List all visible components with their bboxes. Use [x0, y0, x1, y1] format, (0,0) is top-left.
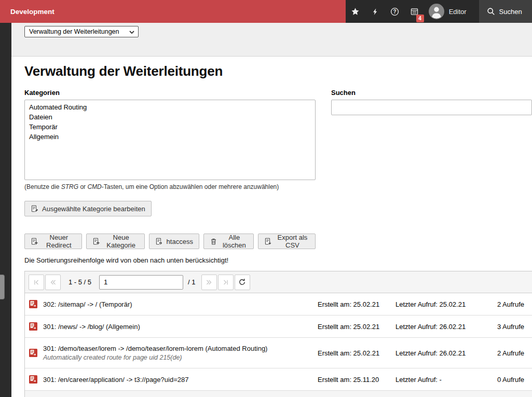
nav-collapse-strip — [0, 23, 11, 397]
function-menu-select[interactable]: Verwaltung der Weiterleitungen — [24, 26, 139, 37]
topbar-environment: Development — [0, 0, 346, 23]
new-redirect-button[interactable]: Neuer Redirect — [24, 234, 82, 249]
function-menu-value: Verwaltung der Weiterleitungen — [29, 28, 119, 35]
redirect-list-panel: 1 - 5 / 5 / 1 302: /sitemap/ -> / (Tempo… — [24, 271, 532, 397]
last-call-date: Letzter Aufruf: - — [395, 376, 489, 384]
table-row[interactable]: 301: /demo/teaser/lorem -> /demo/teaser/… — [25, 338, 532, 368]
total-pages-label: / 1 — [188, 278, 195, 286]
redirect-record-icon — [29, 322, 37, 331]
page-number-input[interactable] — [99, 275, 183, 290]
nav-expand-handle[interactable] — [0, 275, 5, 299]
new-category-button[interactable]: Neue Kategorie — [86, 234, 145, 249]
redirect-search-input[interactable] — [331, 100, 532, 115]
category-option[interactable]: Temporär — [25, 122, 315, 132]
created-date: Erstellt am: 25.11.20 — [318, 376, 395, 384]
avatar — [429, 4, 444, 19]
svg-text:?: ? — [393, 9, 397, 15]
chevron-down-icon — [129, 31, 134, 34]
created-date: Erstellt am: 25.02.21 — [318, 349, 395, 357]
document-new-icon — [92, 238, 100, 245]
previous-page-button — [45, 275, 61, 290]
action-button-row: Neuer Redirect Neue Kategorie htaccess A… — [24, 234, 316, 249]
filter-form: Kategorien Automated Routing Dateien Tem… — [24, 89, 532, 264]
hit-count: 2 Aufrufe — [489, 349, 524, 357]
clear-cache-button[interactable] — [365, 0, 385, 23]
categories-listbox[interactable]: Automated Routing Dateien Temporär Allge… — [24, 100, 316, 180]
hit-count: 0 Aufrufe — [489, 376, 524, 384]
category-option[interactable]: Allgemein — [25, 132, 315, 142]
category-option[interactable]: Dateien — [25, 112, 315, 122]
document-edit-icon — [31, 205, 38, 213]
environment-title: Development — [10, 8, 54, 16]
topbar-toolbar: ? 4 Editor — [346, 0, 479, 23]
category-option[interactable]: Automated Routing — [25, 102, 315, 112]
notification-badge: 4 — [416, 15, 424, 22]
hit-count: 2 Aufrufe — [489, 300, 524, 308]
help-button[interactable]: ? — [385, 0, 405, 23]
topbar-search-label: Suchen — [499, 8, 522, 16]
search-label: Suchen — [331, 89, 532, 97]
redirect-record-icon — [29, 349, 37, 357]
created-date: Erstellt am: 25.02.21 — [318, 323, 395, 331]
trash-icon — [210, 238, 217, 245]
created-date: Erstellt am: 25.02.21 — [318, 300, 395, 308]
user-menu[interactable]: Editor — [429, 4, 467, 19]
bolt-icon — [372, 8, 379, 16]
next-page-icon — [206, 279, 213, 286]
last-page-button — [218, 275, 234, 290]
table-row[interactable]: 301: /en/career/application/ -> t3://pag… — [25, 368, 532, 391]
hit-count: 3 Aufrufe — [489, 323, 524, 331]
first-page-icon — [33, 279, 40, 286]
redirect-record-icon — [29, 300, 37, 308]
table-row[interactable]: 301: /news/ -> /blog/ (Allgemein) Erstel… — [25, 316, 532, 338]
docheader: Verwaltung der Weiterleitungen — [11, 23, 532, 57]
last-call-date: Letzter Aufruf: 26.02.21 — [395, 349, 489, 357]
table-row[interactable]: 302: /sitemap/ -> / (Temporär) Erstellt … — [25, 293, 532, 316]
first-page-button — [29, 275, 44, 290]
document-new-icon — [31, 238, 38, 245]
last-call-date: Letzter Aufruf: 26.02.21 — [395, 323, 489, 331]
multiselect-hint: (Benutze die STRG or CMD-Tasten, um eine… — [24, 183, 316, 190]
page-title: Verwaltung der Weiterleitungen — [24, 63, 532, 79]
topbar: Development ? 4 Editor Suchen — [0, 0, 532, 23]
bottom-pagination-bar — [25, 391, 532, 397]
module-body: Verwaltung der Weiterleitungen Kategorie… — [11, 57, 532, 397]
document-view-icon — [155, 238, 163, 245]
delete-all-button[interactable]: Alle löschen — [203, 234, 254, 249]
last-call-date: Letzter Aufruf: 25.02.21 — [395, 300, 489, 308]
help-icon: ? — [390, 7, 399, 16]
refresh-icon — [238, 278, 246, 286]
document-export-icon — [264, 238, 272, 245]
categories-label: Kategorien — [24, 89, 316, 97]
refresh-button[interactable] — [235, 275, 250, 290]
next-page-button — [201, 275, 217, 290]
last-page-icon — [222, 279, 229, 286]
prev-page-icon — [49, 279, 57, 286]
system-information-button[interactable]: 4 — [405, 0, 425, 23]
pagination-bar: 1 - 5 / 5 / 1 — [25, 271, 532, 293]
htaccess-button[interactable]: htaccess — [149, 234, 199, 249]
redirect-record-icon — [29, 375, 37, 384]
topbar-search-button[interactable]: Suchen — [479, 0, 532, 23]
star-icon — [351, 7, 360, 16]
sort-order-note: Die Sortierungsreihenfolge wird von oben… — [24, 256, 316, 264]
username-label: Editor — [449, 8, 467, 16]
record-range-label: 1 - 5 / 5 — [69, 278, 91, 286]
bookmarks-button[interactable] — [346, 0, 365, 23]
search-icon — [487, 7, 495, 16]
row-subtitle: Automatically created route for page uid… — [43, 354, 318, 361]
export-csv-button[interactable]: Export als CSV — [258, 234, 316, 249]
edit-category-button[interactable]: Ausgewählte Kategorie bearbeiten — [24, 201, 152, 216]
